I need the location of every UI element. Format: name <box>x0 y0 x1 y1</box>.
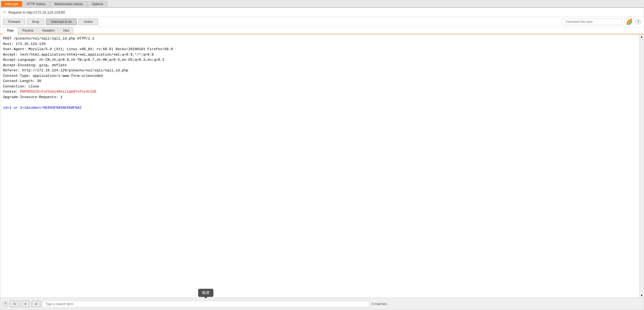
comment-input[interactable] <box>562 19 622 25</box>
cookie-label: Cookie: <box>3 90 20 94</box>
req-line: Content-Type: application/x-www-form-url… <box>3 74 103 78</box>
forward-button[interactable]: Forward <box>3 19 25 25</box>
req-line: Referer: http://172.16.124.129/pikachu/v… <box>3 68 128 72</box>
tab-websockets-history[interactable]: WebSockets history <box>50 1 87 7</box>
req-line: Accept-Encoding: gzip, deflate <box>3 63 67 67</box>
action-button[interactable]: Action <box>78 19 98 25</box>
bottom-bar: ? < + > 截屏 0 matches <box>0 298 644 310</box>
tab-http-history[interactable]: HTTP history <box>23 1 50 7</box>
req-line12: Upgrade-Insecure-Requests: 1 <box>3 95 62 99</box>
matches-badge: 0 matches <box>372 302 387 306</box>
prev-button[interactable]: < <box>10 300 19 307</box>
tooltip-container: 截屏 <box>42 301 369 307</box>
request-url: Request to http://172.16.124.129:80 <box>8 10 65 14</box>
sub-tab-params[interactable]: Params <box>18 27 38 34</box>
help-icon[interactable]: ? <box>636 19 641 25</box>
req-line: User-Agent: Mozilla/5.0 (X11; Linux x86_… <box>3 47 173 51</box>
req-line: Accept-Language: zh-CN,zh;q=0.8,zh-TW;q=… <box>3 58 164 62</box>
body-params-text: id=1 or 1=1&submit=%E6%9F%A5%E8%AF%A2 <box>3 106 82 110</box>
main-panel: ✏ Request to http://172.16.124.129:80 Fo… <box>0 8 644 310</box>
next-button[interactable]: > <box>32 300 41 307</box>
tab-bar: Intercept HTTP history WebSockets histor… <box>0 0 644 8</box>
intercept-button[interactable]: Intercept is on <box>46 19 77 25</box>
drop-button[interactable]: Drop <box>27 19 44 25</box>
scroll-down-icon[interactable]: ▼ <box>640 293 643 298</box>
req-line: POST /pikachu/vul/sqli/sqli_id.php HTTP/… <box>3 37 94 41</box>
req-line: Accept: text/html,application/xhtml+xml,… <box>3 53 154 57</box>
cookie-value: PHPSESSID=tn23lmj40kiliqb07ufni4t1d5 <box>20 90 96 94</box>
sub-tabs: Raw Params Headers Hex <box>0 27 644 34</box>
sub-tab-headers[interactable]: Headers <box>38 27 59 34</box>
toolbar: Forward Drop Intercept is on Action 🌈 ? <box>0 17 644 27</box>
edit-icon: ✏ <box>3 10 6 14</box>
req-line: Content-Length: 30 <box>3 79 41 83</box>
search-input[interactable] <box>42 301 369 307</box>
req-line: Host: 172.16.124.129 <box>3 42 45 46</box>
tab-options[interactable]: Options <box>88 1 107 7</box>
scroll-up-icon[interactable]: ▲ <box>640 34 643 39</box>
scrollbar[interactable]: ▲ ▼ <box>639 34 644 298</box>
request-info-bar: ✏ Request to http://172.16.124.129:80 <box>0 8 644 17</box>
add-button[interactable]: + <box>21 300 30 307</box>
bottom-help-icon[interactable]: ? <box>2 301 8 307</box>
tab-intercept[interactable]: Intercept <box>1 1 22 7</box>
burp-logo-icon: 🌈 <box>626 19 633 25</box>
req-line: Connection: close <box>3 84 39 89</box>
sub-tab-hex[interactable]: Hex <box>59 27 73 34</box>
sub-tab-raw[interactable]: Raw <box>3 27 18 34</box>
request-body[interactable]: POST /pikachu/vul/sqli/sqli_id.php HTTP/… <box>0 34 639 298</box>
